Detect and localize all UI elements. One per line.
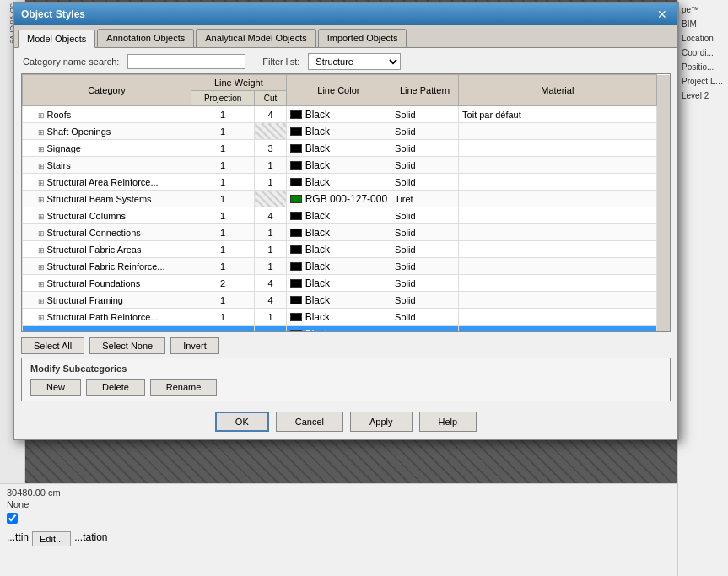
td-spacer (656, 224, 670, 241)
expand-icon[interactable]: ⊞ (38, 162, 47, 170)
td-line-pattern: Solid (391, 140, 459, 157)
expand-icon[interactable]: ⊞ (38, 229, 47, 238)
filter-list-select[interactable]: Structure Architecture Mechanical Electr… (308, 53, 401, 70)
right-panel-item: pe™ (680, 3, 726, 16)
td-projection: 1 (191, 224, 255, 241)
modify-buttons: New Delete Rename (30, 379, 661, 396)
td-category: ⊞ Structural Area Reinforce... (23, 174, 191, 191)
bottom-checkbox[interactable] (7, 513, 18, 524)
table-row[interactable]: ⊞ Structural Connections11 BlackSolid (23, 224, 671, 241)
color-swatch (290, 313, 302, 321)
color-swatch (290, 161, 302, 170)
right-panel: pe™ BIM Location Coordi... Positio... Pr… (677, 0, 728, 576)
td-line-color: Black (286, 140, 391, 157)
color-swatch (290, 262, 302, 271)
color-swatch (290, 229, 302, 237)
td-line-pattern: Solid (391, 207, 459, 224)
td-material (459, 292, 656, 309)
expand-icon[interactable]: ⊞ (38, 145, 47, 153)
td-line-color: Black (286, 106, 391, 123)
bottom-edit-button[interactable]: Edit... (32, 531, 71, 546)
td-line-color: RGB 000-127-000 (286, 191, 391, 207)
tab-annotation-objects[interactable]: Annotation Objects (97, 29, 194, 47)
expand-icon[interactable]: ⊞ (38, 297, 47, 305)
delete-button[interactable]: Delete (86, 379, 145, 396)
table-row[interactable]: ⊞ Shaft Openings1 BlackSolid (23, 123, 671, 140)
expand-icon[interactable]: ⊞ (38, 128, 47, 137)
category-search-input[interactable] (127, 54, 245, 69)
close-button[interactable]: ✕ (654, 8, 671, 20)
table-row[interactable]: ⊞ Structural Foundations24 BlackSolid (23, 275, 671, 292)
td-projection: 1 (191, 157, 255, 174)
td-category: ⊞ Structural Connections (23, 224, 191, 241)
table-scroll[interactable]: Category Line Weight Line Color Line Pat… (22, 74, 670, 331)
td-material (459, 241, 656, 258)
td-line-color: Black (286, 275, 391, 292)
table-row[interactable]: ⊞ Structural Fabric Areas11 BlackSolid (23, 241, 671, 258)
expand-icon[interactable]: ⊞ (38, 246, 47, 255)
dialog-actions: OK Cancel Apply Help (14, 405, 677, 439)
color-swatch (290, 178, 302, 186)
select-none-button[interactable]: Select None (89, 337, 165, 354)
td-line-pattern: Solid (391, 275, 459, 292)
expand-icon[interactable]: ⊞ (38, 179, 47, 187)
td-spacer (656, 326, 670, 332)
td-material (459, 275, 656, 292)
tab-analytical-model[interactable]: Analytical Model Objects (196, 29, 315, 47)
th-lineweight: Line Weight (191, 75, 287, 91)
td-line-pattern: Solid (391, 123, 459, 140)
table-row[interactable]: ⊞ Structural Columns14 BlackSolid (23, 207, 671, 224)
td-projection: 1 (191, 191, 255, 207)
tab-imported-objects[interactable]: Imported Objects (318, 29, 407, 47)
td-projection: 1 (191, 309, 255, 326)
apply-button[interactable]: Apply (350, 412, 413, 432)
help-button[interactable]: Help (419, 412, 477, 432)
td-cut: 1 (255, 174, 286, 191)
object-styles-dialog: Object Styles ✕ Model Objects Annotation… (13, 2, 679, 440)
expand-icon[interactable]: ⊞ (38, 213, 47, 221)
td-line-color: Black (286, 258, 391, 275)
color-swatch (290, 144, 302, 153)
category-search-label: Category name search: (23, 57, 119, 67)
expand-icon[interactable]: ⊞ (38, 196, 47, 204)
td-line-pattern: Solid (391, 309, 459, 326)
td-projection: 1 (191, 140, 255, 157)
td-line-color: Black (286, 174, 391, 191)
tab-model-objects[interactable]: Model Objects (18, 30, 95, 48)
td-projection: 1 (191, 106, 255, 123)
table-row[interactable]: ⊞ Structural Beam Systems1 RGB 000-127-0… (23, 191, 671, 207)
color-swatch (290, 296, 302, 304)
td-spacer (656, 292, 670, 309)
invert-button[interactable]: Invert (170, 337, 219, 354)
table-row[interactable]: ⊞ Structural Path Reinforce...11 BlackSo… (23, 309, 671, 326)
cancel-button[interactable]: Cancel (276, 412, 343, 432)
td-material (459, 309, 656, 326)
expand-icon[interactable]: ⊞ (38, 314, 47, 322)
td-line-color: Black (286, 123, 391, 140)
expand-icon[interactable]: ⊞ (38, 263, 47, 272)
ok-button[interactable]: OK (215, 412, 269, 432)
th-linecolor: Line Color (286, 75, 391, 106)
expand-icon[interactable]: ⊞ (38, 280, 47, 288)
td-line-pattern: Solid (391, 224, 459, 241)
table-row[interactable]: ⊞ Roofs14 BlackSolidToit par défaut (23, 106, 671, 123)
table-row[interactable]: ⊞ Structural Area Reinforce...11 BlackSo… (23, 174, 671, 191)
title-bar: Object Styles ✕ (14, 3, 677, 25)
dialog-title: Object Styles (21, 8, 85, 20)
table-row[interactable]: ⊞ Structural Fabric Reinforce...11 Black… (23, 258, 671, 275)
table-row[interactable]: ⊞ Structural Rebar11 BlackSolidArmature … (23, 326, 671, 332)
expand-icon[interactable]: ⊞ (38, 111, 47, 120)
new-button[interactable]: New (30, 379, 81, 396)
table-row[interactable]: ⊞ Stairs11 BlackSolid (23, 157, 671, 174)
select-all-button[interactable]: Select All (21, 337, 84, 354)
td-spacer (656, 275, 670, 292)
rename-button[interactable]: Rename (150, 379, 218, 396)
td-category: ⊞ Structural Framing (23, 292, 191, 309)
td-spacer (656, 241, 670, 258)
td-category: ⊞ Stairs (23, 157, 191, 174)
expand-icon[interactable]: ⊞ (38, 331, 47, 332)
table-row[interactable]: ⊞ Structural Framing14 BlackSolid (23, 292, 671, 309)
td-projection: 2 (191, 275, 255, 292)
td-category: ⊞ Structural Fabric Areas (23, 241, 191, 258)
table-row[interactable]: ⊞ Signage13 BlackSolid (23, 140, 671, 157)
